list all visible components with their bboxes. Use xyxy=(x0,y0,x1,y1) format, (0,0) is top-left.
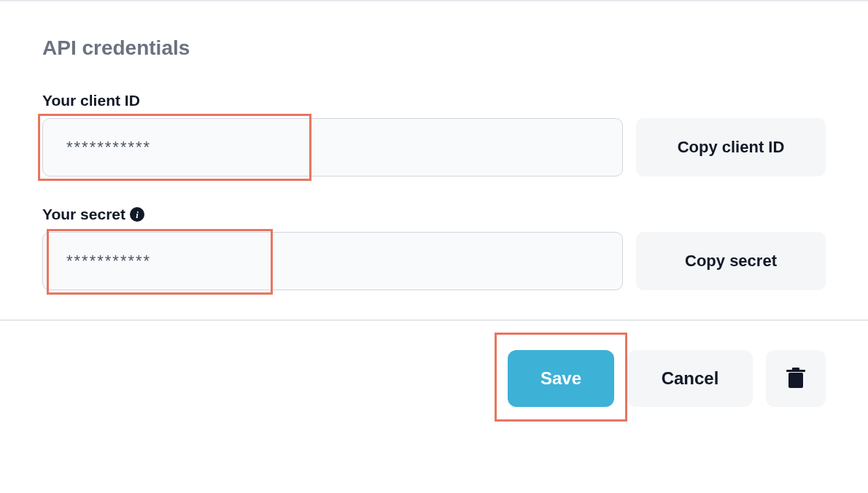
info-icon[interactable]: i xyxy=(130,207,144,222)
client-id-label: Your client ID xyxy=(42,92,826,109)
svg-rect-0 xyxy=(788,373,803,388)
secret-group: Your secret i Copy secret xyxy=(42,206,826,290)
secret-label: Your secret i xyxy=(42,206,826,223)
client-id-group: Your client ID Copy client ID xyxy=(42,92,826,176)
client-id-input[interactable] xyxy=(42,118,623,176)
secret-input[interactable] xyxy=(42,232,623,290)
footer-actions: Save Cancel xyxy=(0,321,868,407)
delete-button[interactable] xyxy=(766,350,826,407)
secret-label-text: Your secret xyxy=(42,206,125,223)
page-title: API credentials xyxy=(42,36,826,60)
copy-client-id-button[interactable]: Copy client ID xyxy=(636,118,826,176)
svg-rect-2 xyxy=(792,368,799,370)
trash-icon xyxy=(786,368,805,389)
cancel-button[interactable]: Cancel xyxy=(627,350,753,407)
copy-secret-button[interactable]: Copy secret xyxy=(636,232,826,290)
save-button[interactable]: Save xyxy=(508,350,614,407)
